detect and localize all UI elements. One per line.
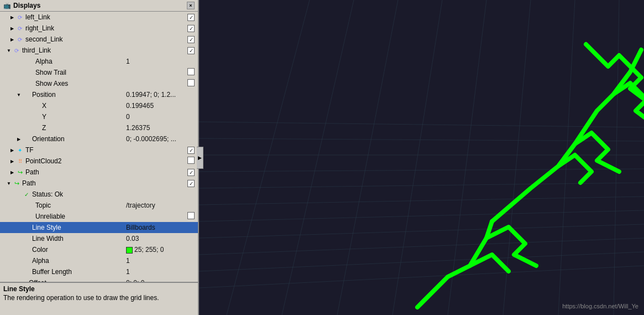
row-label-line_width: Line Width (32, 235, 126, 242)
tree-arrow-path1[interactable]: ▶ (9, 169, 15, 175)
row-label-pos_y: Y (42, 113, 126, 121)
row-icon-pos_z (33, 124, 40, 132)
row-icon-alpha2 (23, 257, 30, 265)
row-check-unreliable[interactable] (187, 212, 195, 219)
row-icon-path2: ↪ (13, 179, 20, 187)
tree-row-second_link[interactable]: ▶⟳second_Link (0, 34, 198, 45)
row-icon-color (23, 246, 30, 254)
tree-row-line_style[interactable]: Line StyleBillboards (0, 222, 198, 233)
tree-arrow-right_link[interactable]: ▶ (9, 25, 15, 32)
row-check-right_link[interactable] (187, 25, 195, 32)
row-value-alpha2: 1 (126, 257, 198, 265)
row-icon-buffer_length (23, 268, 30, 276)
row-icon-topic (26, 202, 34, 209)
row-value-pos_x: 0.199465 (126, 102, 198, 110)
expand-arrow[interactable]: ▶ (197, 147, 203, 169)
row-label-color: Color (32, 246, 126, 254)
tree-row-pos_x[interactable]: X0.199465 (0, 100, 198, 111)
row-check-second_link[interactable] (187, 36, 195, 43)
tree-row-pointcloud2[interactable]: ▶⠿PointCloud2 (0, 156, 198, 167)
row-label-orientation: Orientation (32, 135, 126, 143)
row-check-tf[interactable] (187, 147, 195, 154)
tree-arrow-third_link[interactable]: ▼ (6, 47, 12, 54)
row-icon-unreliable (26, 213, 34, 220)
tree-arrow-second_link[interactable]: ▶ (9, 36, 15, 43)
bottom-info-panel: Line Style The rendering operation to us… (0, 282, 198, 315)
row-value-topic: /trajectory (126, 202, 198, 209)
tree-row-pos_y[interactable]: Y0 (0, 111, 198, 122)
row-label-show_axes: Show Axes (35, 80, 187, 87)
tree-row-show_axes[interactable]: Show Axes (0, 78, 198, 89)
tree-row-buffer_length[interactable]: Buffer Length1 (0, 266, 198, 277)
row-value-pos_y: 0 (126, 113, 198, 121)
row-value-position: 0.19947; 0; 1.2... (126, 91, 198, 99)
tree-arrow-position[interactable]: ▼ (15, 91, 22, 98)
row-label-left_link: left_Link (25, 13, 187, 21)
tree-row-status_ok[interactable]: ✓Status: Ok (0, 189, 198, 200)
tree-row-topic[interactable]: Topic/trajectory (0, 200, 198, 211)
row-value-color: 25; 255; 0 (126, 246, 198, 254)
row-label-topic: Topic (35, 202, 126, 209)
row-icon-left_link: ⟳ (16, 13, 24, 21)
tree-row-right_link[interactable]: ▶⟳right_Link (0, 23, 198, 34)
row-icon-line_style (23, 224, 30, 231)
watermark: https://blog.csdn.net/Will_Ye (562, 303, 638, 309)
row-label-status_ok: Status: Ok (32, 190, 198, 198)
tree-area: ▶⟳left_Link▶⟳right_Link▶⟳second_Link▼⟳th… (0, 12, 198, 282)
tree-row-show_trail[interactable]: Show Trail (0, 67, 198, 78)
row-label-path1: Path (25, 168, 187, 176)
row-icon-status_ok: ✓ (23, 190, 30, 198)
row-check-path2[interactable] (187, 180, 195, 187)
tree-row-unreliable[interactable]: Unreliable (0, 211, 198, 222)
tree-row-offset[interactable]: ▶Offset0; 0; 0 (0, 277, 198, 282)
tree-row-third_link[interactable]: ▼⟳third_Link (0, 45, 198, 56)
row-icon-pos_y (33, 113, 40, 121)
tree-row-path2[interactable]: ▼↪Path (0, 178, 198, 189)
row-icon-tf: ✦ (16, 146, 24, 154)
tree-row-position[interactable]: ▼Position0.19947; 0; 1.2... (0, 89, 198, 100)
row-icon-position (23, 91, 30, 99)
row-value-line_style: Billboards (126, 224, 198, 231)
tree-row-color[interactable]: Color25; 255; 0 (0, 244, 198, 255)
tree-row-orientation[interactable]: ▶Orientation0; -0.0002695; ... (0, 133, 198, 144)
row-label-buffer_length: Buffer Length (32, 268, 126, 276)
row-label-position: Position (32, 91, 126, 99)
row-label-alpha2: Alpha (32, 257, 126, 265)
row-icon-pos_x (33, 102, 40, 110)
row-check-third_link[interactable] (187, 47, 195, 54)
row-label-alpha: Alpha (35, 58, 126, 65)
tree-arrow-path2[interactable]: ▼ (6, 180, 12, 187)
row-label-pos_z: Z (42, 124, 126, 132)
row-label-pos_x: X (42, 102, 126, 110)
tree-row-path1[interactable]: ▶↪Path (0, 167, 198, 178)
row-label-third_link: third_Link (22, 47, 187, 54)
tree-row-alpha[interactable]: Alpha1 (0, 56, 198, 67)
tree-arrow-orientation[interactable]: ▶ (15, 136, 22, 142)
row-check-pointcloud2[interactable] (187, 157, 195, 164)
row-value-alpha: 1 (126, 58, 198, 65)
info-title: Line Style (3, 285, 195, 293)
row-check-show_trail[interactable] (187, 68, 195, 75)
row-check-show_axes[interactable] (187, 79, 195, 86)
tree-row-alpha2[interactable]: Alpha1 (0, 255, 198, 266)
row-label-right_link: right_Link (25, 24, 187, 32)
row-icon-second_link: ⟳ (16, 35, 24, 43)
row-label-path2: Path (22, 179, 187, 187)
row-label-pointcloud2: PointCloud2 (25, 157, 187, 165)
tree-arrow-pointcloud2[interactable]: ▶ (9, 158, 15, 164)
row-icon-alpha (26, 58, 34, 65)
tree-arrow-tf[interactable]: ▶ (9, 147, 15, 153)
tree-row-tf[interactable]: ▶✦TF (0, 144, 198, 156)
close-button[interactable]: × (187, 2, 195, 9)
row-check-left_link[interactable] (187, 14, 195, 21)
displays-icon: 📺 (3, 2, 11, 9)
3d-viewport-svg (199, 0, 644, 315)
tree-arrow-left_link[interactable]: ▶ (9, 14, 15, 20)
row-check-path1[interactable] (187, 169, 195, 176)
tree-row-left_link[interactable]: ▶⟳left_Link (0, 12, 198, 23)
row-label-tf: TF (25, 146, 187, 154)
tree-row-pos_z[interactable]: Z1.26375 (0, 122, 198, 133)
info-description: The rendering operation to use to draw t… (3, 294, 195, 302)
row-label-line_style: Line Style (32, 224, 126, 231)
tree-row-line_width[interactable]: Line Width0.03 (0, 233, 198, 244)
